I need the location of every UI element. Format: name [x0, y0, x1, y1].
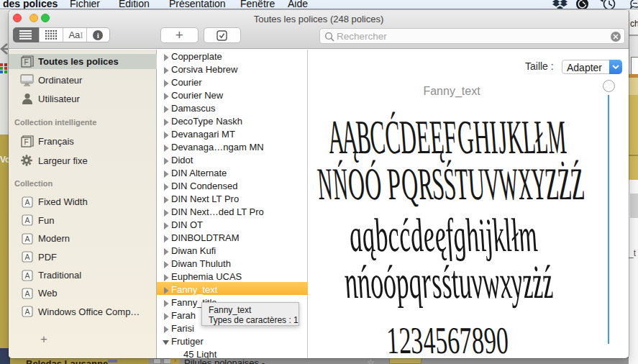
svg-text:A: A: [24, 198, 29, 206]
svg-text:A: A: [24, 235, 29, 243]
svg-text:A: A: [24, 307, 29, 316]
svg-text:A: A: [24, 271, 29, 280]
svg-text:nńoópqrsśtuvwxyzżź: nńoópqrsśtuvwxyzżź: [340, 255, 557, 308]
svg-text:aąbcćdeęfghijklłm: aąbcćdeęfghijklłm: [345, 209, 540, 261]
svg-text:F: F: [24, 58, 28, 66]
svg-text:F: F: [24, 138, 28, 146]
svg-text:A: A: [24, 289, 29, 298]
svg-text:A: A: [24, 216, 29, 224]
svg-text:1234567890: 1234567890: [383, 319, 511, 358]
svg-text:A: A: [24, 252, 29, 261]
svg-text:NŃOÓ PQRSŚTUVWXYZŻŹ: NŃOÓ PQRSŚTUVWXYZŻŹ: [313, 158, 588, 209]
svg-text:AĄBCĆDEĘFGHIJKLŁM: AĄBCĆDEĘFGHIJKLŁM: [323, 110, 571, 164]
